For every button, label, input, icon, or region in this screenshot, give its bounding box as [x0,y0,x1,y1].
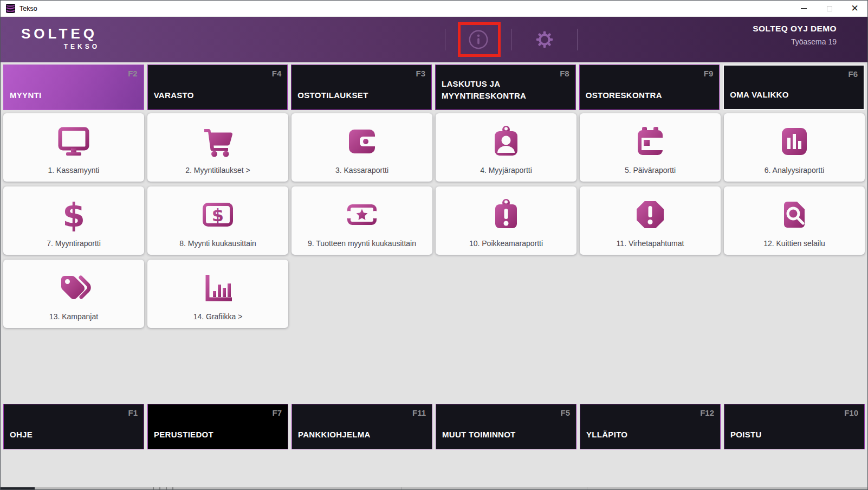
fkey-label: F4 [272,69,282,78]
tab-label: PERUSTIEDOT [154,429,282,441]
close-icon: ✕ [851,4,858,13]
tile-kassaraportti[interactable]: 3. Kassaraportti [292,113,432,182]
fkey-label: F3 [416,69,426,78]
tile-label: 10. Poikkeamaraportti [469,239,543,248]
tile-kassamyynti[interactable]: 1. Kassamyynti [3,113,144,182]
tile-myyntiraportti[interactable]: $ 7. Myyntiraportti [3,186,144,255]
tab-label: PANKKIOHJELMA [298,429,426,441]
close-button[interactable]: ✕ [842,1,867,16]
tile-analyysiraportti[interactable]: 6. Analyysiraportti [724,113,865,182]
bar-chart-square-icon [777,117,812,166]
tile-poikkeamaraportti[interactable]: 10. Poikkeamaraportti [436,186,576,255]
title-bar: Tekso ✕ [1,1,867,17]
taskbar-start-fragment [1,487,35,489]
info-icon [468,29,489,50]
tab-laskutus-ja-myyntireskontra[interactable]: F8 LASKUTUS JA MYYNTIRESKONTRA [435,65,576,110]
fkey-label: F9 [704,69,714,78]
tile-label: 13. Kampanjat [49,312,98,321]
maximize-button[interactable] [817,1,842,16]
svg-text:$: $ [212,205,224,225]
fkey-label: F8 [560,69,569,78]
app-logo-icon [6,4,15,13]
wallet-icon [345,117,379,166]
main-content: F2 MYYNTI F4 VARASTO F3 OSTOTILAUKSET F8… [1,62,867,487]
tab-label: OSTOTILAUKSET [297,89,425,101]
tab-myynti[interactable]: F2 MYYNTI [3,65,144,110]
fkey-label: F12 [700,408,714,417]
tile-label: 8. Myynti kuukausittain [179,239,256,248]
tile-virhetapahtumat[interactable]: 11. Virhetapahtumat [580,186,721,255]
tile-label: 1. Kassamyynti [48,166,100,175]
tile-myyntitilaukset[interactable]: 2. Myyntitilaukset > [147,113,288,182]
session-info: SOLTEQ OYJ DEMO Työasema 19 [753,24,837,46]
tab-poistu[interactable]: F10 POISTU [724,404,865,449]
tab-pankkiohjelma[interactable]: F11 PANKKIOHJELMA [292,404,432,449]
svg-text:$: $ [62,197,85,232]
shopping-cart-icon [200,117,235,166]
tab-label: LASKUTUS JA MYYNTIRESKONTRA [442,78,569,102]
settings-button[interactable] [511,17,577,62]
tab-oma-valikko[interactable]: F6 OMA VALIKKO [723,65,865,110]
clipboard-exclamation-icon [489,190,523,239]
tags-icon [56,263,91,312]
dollar-sign-icon: $ [56,190,91,239]
info-button[interactable] [445,17,511,62]
file-search-icon [777,190,812,239]
logo-secondary-text: TEKSO [64,43,100,50]
id-badge-icon [489,117,523,166]
octagon-exclamation-icon [633,190,668,239]
tile-kampanjat[interactable]: 13. Kampanjat [3,260,144,328]
tab-yllapito[interactable]: F12 YLLÄPITO [580,404,721,449]
taskbar-sliver [1,487,867,489]
window-controls: ✕ [791,1,867,16]
tab-muut-toiminnot[interactable]: F5 MUUT TOIMINNOT [436,404,576,449]
logo-primary-text: SOLTEQ [21,27,98,41]
tab-label: POISTU [730,429,858,441]
tile-label: 11. Virhetapahtumat [617,239,684,248]
tab-ostoreskontra[interactable]: F9 OSTORESKONTRA [579,65,720,110]
workstation-label: Työasema 19 [753,37,837,46]
desktop-icon [56,117,91,166]
tab-varasto[interactable]: F4 VARASTO [147,65,288,110]
tile-myynti-kuukausittain[interactable]: $ 8. Myynti kuukausittain [147,186,288,255]
tekso-window: Tekso ✕ SOLTEQ TEKSO [0,0,868,490]
tab-label: MYYNTI [10,89,138,101]
tab-label: VARASTO [154,89,282,101]
money-bill-icon: $ [200,190,235,239]
tile-tuotteen-myynti-kuukausittain[interactable]: 9. Tuotteen myynti kuukausittain [292,186,432,255]
tile-myyjaraportti[interactable]: 4. Myyjäraportti [436,113,576,182]
bottom-tab-row: F1 OHJE F7 PERUSTIEDOT F11 PANKKIOHJELMA… [3,404,865,449]
gear-icon [535,30,554,49]
calendar-icon [633,117,668,166]
fkey-label: F7 [272,408,282,417]
app-header: SOLTEQ TEKSO [1,17,867,62]
bar-chart-axis-icon [200,263,235,312]
tile-label: 7. Myyntiraportti [47,239,101,248]
tile-grafiikka[interactable]: 14. Grafiikka > [147,260,288,328]
tile-label: 9. Tuotteen myynti kuukausittain [308,239,416,248]
tile-paivaraportti[interactable]: 5. Päiväraportti [580,113,721,182]
minimize-icon [801,8,807,9]
tab-ostotilaukset[interactable]: F3 OSTOTILAUKSET [291,65,432,110]
fkey-label: F2 [128,69,138,78]
top-tab-row: F2 MYYNTI F4 VARASTO F3 OSTOTILAUKSET F8… [3,65,865,110]
tab-perustiedot[interactable]: F7 PERUSTIEDOT [147,404,288,449]
fkey-label: F10 [844,408,858,417]
menu-tile-grid: 1. Kassamyynti 2. Myyntitilaukset > [3,113,865,328]
tab-ohje[interactable]: F1 OHJE [3,404,144,449]
maximize-icon [827,6,832,11]
tile-label: 5. Päiväraportti [625,166,676,175]
tile-label: 12. Kuittien selailu [763,239,825,248]
tile-label: 2. Myyntitilaukset > [185,166,250,175]
company-name: SOLTEQ OYJ DEMO [753,24,837,34]
tile-label: 3. Kassaraportti [335,166,388,175]
minimize-button[interactable] [791,1,817,16]
tile-label: 4. Myyjäraportti [480,166,532,175]
solteq-logo: SOLTEQ TEKSO [21,27,98,50]
tile-label: 6. Analyysiraportti [765,166,825,175]
tab-label: OHJE [10,429,138,441]
fkey-label: F11 [412,408,426,417]
fkey-label: F5 [560,408,570,417]
fkey-label: F6 [848,69,858,79]
tile-kuittien-selailu[interactable]: 12. Kuittien selailu [724,186,865,255]
